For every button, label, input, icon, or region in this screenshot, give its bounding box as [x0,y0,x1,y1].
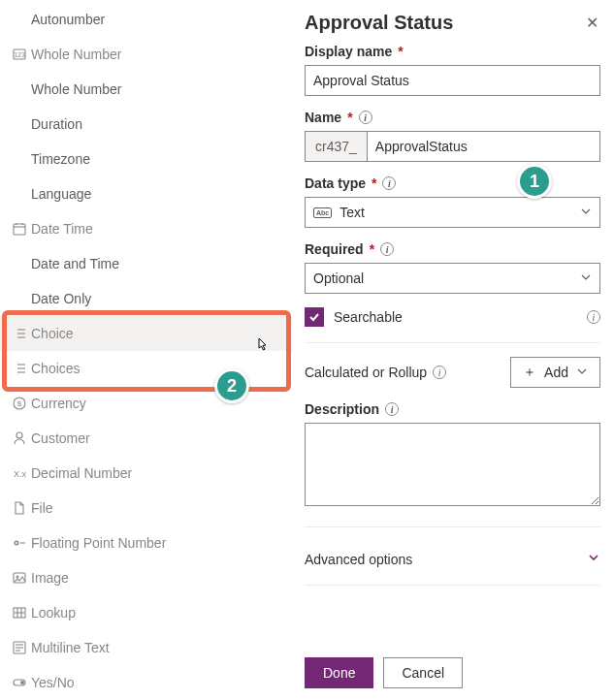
info-icon[interactable]: i [359,111,372,124]
info-icon[interactable]: i [385,402,399,416]
currency-icon: $ [8,396,31,411]
type-item-label: Currency [31,396,86,411]
type-item-label: Choices [31,361,81,376]
type-item-multiline-text[interactable]: Multiline Text [0,630,293,665]
callout-badge-2: 2 [214,368,249,403]
required-label: Required* i [305,241,600,257]
type-item-currency[interactable]: $Currency [0,386,293,421]
data-type-select[interactable]: Abc Text [305,197,600,228]
type-item-label: Lookup [31,605,76,620]
type-item-label: Autonumber [31,12,105,27]
svg-rect-2 [14,224,25,235]
info-icon[interactable]: i [587,310,600,324]
decimal-icon: X.x [8,465,31,481]
float-icon [8,535,31,551]
image-icon [8,570,31,586]
type-item-label: Decimal Number [31,465,132,481]
type-item-label: Duration [31,116,82,132]
type-item-yes-no[interactable]: Yes/No [0,665,293,700]
type-item-date-and-time[interactable]: Date and Time [0,246,293,281]
type-item-label: Date Time [31,221,93,237]
info-icon[interactable]: i [382,176,396,190]
type-item-image[interactable]: Image [0,560,293,595]
chevron-down-icon [580,270,592,286]
description-label: Description i [305,401,600,417]
type-item-label: Yes/No [31,675,75,690]
type-item-label: Timezone [31,151,90,167]
toggle-icon [8,675,31,690]
done-button[interactable]: Done [305,657,373,688]
description-textarea[interactable] [305,423,600,506]
type-item-date-time[interactable]: Date Time [0,211,293,246]
type-item-choice[interactable]: Choice [0,316,293,351]
type-item-whole-number[interactable]: 123Whole Number [0,37,293,72]
svg-point-36 [20,681,24,684]
svg-point-26 [16,576,18,578]
type-item-label: Date and Time [31,256,119,271]
data-type-list: Autonumber123Whole NumberWhole NumberDur… [0,0,293,700]
type-item-label: Whole Number [31,47,121,62]
type-item-language[interactable]: Language [0,176,293,211]
type-item-label: Floating Point Number [31,535,166,551]
type-item-autonumber[interactable]: Autonumber [0,2,293,37]
type-item-decimal-number[interactable]: X.xDecimal Number [0,456,293,491]
type-item-date-only[interactable]: Date Only [0,281,293,316]
chevron-down-icon [587,551,600,567]
type-item-label: Image [31,570,69,586]
list-icon [8,361,31,376]
type-item-label: Whole Number [31,81,121,97]
panel-title: Approval Status [305,12,453,34]
type-item-customer[interactable]: Customer [0,421,293,456]
type-item-label: Language [31,186,91,202]
divider [305,342,600,343]
type-item-label: Date Only [31,291,91,306]
calendar-icon [8,221,31,237]
callout-badge-1: 1 [517,164,552,199]
chevron-down-icon [580,205,592,220]
lookup-icon [8,605,31,620]
divider [305,585,600,586]
divider [305,526,600,527]
file-icon [8,500,31,516]
column-properties-panel: Approval Status ✕ Display name* Name* i … [295,0,614,700]
searchable-label: Searchable [334,309,403,325]
type-item-label: Multiline Text [31,640,110,655]
required-select[interactable]: Optional [305,263,600,294]
type-item-duration[interactable]: Duration [0,107,293,142]
type-item-timezone[interactable]: Timezone [0,142,293,176]
multiline-icon [8,640,31,655]
type-item-choices[interactable]: Choices [0,351,293,386]
display-name-label: Display name* [305,44,600,59]
advanced-options-toggle[interactable]: Advanced options [305,541,600,577]
person-icon [8,430,31,446]
type-item-lookup[interactable]: Lookup [0,595,293,630]
type-item-label: Customer [31,430,90,446]
svg-point-23 [16,542,17,544]
info-icon[interactable]: i [433,366,446,379]
number-icon: 123 [8,47,31,62]
type-item-file[interactable]: File [0,491,293,525]
type-item-floating-point-number[interactable]: Floating Point Number [0,525,293,560]
type-item-label: Choice [31,326,74,341]
info-icon[interactable]: i [380,242,394,256]
list-icon [8,326,31,341]
calculated-rollup-label: Calculated or Rollup [305,365,427,380]
name-label: Name* i [305,110,600,125]
chevron-down-icon [576,365,588,380]
add-button[interactable]: ＋ Add [510,357,600,388]
text-type-icon: Abc [313,207,332,218]
name-input[interactable] [367,131,600,162]
data-type-label: Data type* i [305,175,600,191]
svg-text:123: 123 [14,51,25,58]
cancel-button[interactable]: Cancel [383,657,463,688]
close-icon[interactable]: ✕ [584,10,600,36]
plus-icon: ＋ [523,364,536,381]
svg-point-20 [16,432,22,438]
svg-text:$: $ [17,399,22,408]
type-item-whole-number[interactable]: Whole Number [0,72,293,107]
svg-text:X.x: X.x [14,469,27,479]
display-name-input[interactable] [305,65,600,96]
name-prefix: cr437_ [305,131,367,162]
searchable-checkbox[interactable] [305,307,324,327]
type-item-label: File [31,500,53,516]
